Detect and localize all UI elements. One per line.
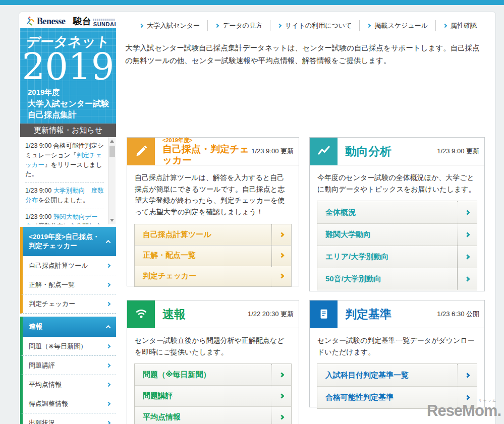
button-50on-university-trends[interactable]: 50音/大学別動向: [317, 268, 477, 290]
logo-box: Benesse 駿台 SUNDAI: [25, 15, 116, 28]
scroll-down-arrow-icon[interactable]: [110, 219, 114, 222]
nav-item-data-guide[interactable]: データの見方: [207, 20, 270, 31]
button-overall-overview[interactable]: 全体概況: [317, 201, 477, 223]
nav-item-site-usage[interactable]: サイトの利用について: [270, 20, 359, 31]
card-header: 速報 1/22 20:30 更新: [127, 300, 299, 328]
news-scrollbar[interactable]: [108, 137, 116, 224]
sidebar-item-tokuten-chousei[interactable]: 得点調整情報: [20, 394, 116, 413]
banner-year: 2019: [20, 49, 116, 86]
benesse-wordmark: Benesse: [37, 16, 66, 27]
banner-sub-line: 大学入試センター試験: [28, 98, 116, 109]
sidebar-group-label: <2019年度>自己採点・判定チェッカー: [29, 232, 103, 251]
news-item: 1/23 9:00 大学別動向 度数分布を公開しました。: [25, 183, 104, 209]
news-list: 1/23 9:00 合格可能性判定シミュレーション『判定チェッカー』をリリースし…: [20, 137, 116, 224]
wifi-icon: [127, 300, 155, 328]
chevron-right-icon: [279, 274, 285, 279]
card-header: <2019年度> 自己採点・判定チェッカー 1/23 9:00 更新: [127, 138, 299, 165]
document-icon: [310, 300, 338, 328]
card-self-scoring-checker: <2019年度> 自己採点・判定チェッカー 1/23 9:00 更新 自己採点計…: [127, 137, 299, 286]
chevron-right-icon: [465, 395, 470, 400]
sidebar-item-mondai-kouhyou[interactable]: 問題講評: [20, 356, 116, 375]
chevron-right-icon: [139, 23, 143, 27]
chevron-right-icon: [215, 23, 219, 27]
card-description: 自己採点計算ツールは、解答を入力すると自己採点が簡単にできるツールです。自己採点…: [127, 165, 299, 223]
button-hantei-checker[interactable]: 判定チェッカー: [135, 266, 291, 286]
chevron-right-icon: [465, 232, 470, 237]
news-date: 1/23 9:00: [25, 213, 51, 220]
publish-time: 1/23 6:30 公開: [437, 310, 484, 319]
card-title: 動向分析: [345, 144, 437, 159]
update-time: 1/23 9:00 更新: [251, 147, 299, 156]
button-mondai-mainichi[interactable]: 問題（※毎日新聞）: [135, 364, 291, 385]
chevron-up-icon: [106, 239, 111, 245]
banner-subtitle: 2019年度 大学入試センター試験 自己採点集計: [20, 86, 116, 120]
card-description: 今年度のセンター試験の全体概況ほか、大学ごとに動向データやトピックスをお届けいた…: [310, 165, 484, 200]
chevron-right-icon: [465, 277, 470, 282]
sidebar-item-heikinten[interactable]: 平均点情報: [20, 375, 116, 394]
chevron-right-icon: [106, 420, 110, 424]
news-item: 1/23 9:00 合格可能性判定シミュレーション『判定チェッカー』をリリースし…: [25, 138, 104, 183]
chevron-right-icon: [106, 263, 110, 267]
top-accent-bar: [0, 0, 504, 5]
button-area-university-trends[interactable]: エリア/大学別動向: [317, 246, 477, 268]
chevron-right-icon: [106, 382, 110, 386]
chevron-right-icon: [106, 401, 110, 405]
button-heikinten-jouhou[interactable]: 平均点情報: [135, 406, 291, 424]
chevron-right-icon: [277, 23, 282, 27]
sundai-en: SUNDAI: [93, 22, 116, 27]
news-date: 1/23 9:00: [25, 187, 51, 194]
card-button-list: 全体概況 難関大学動向 エリア/大学別動向 50音/大学別動向: [317, 201, 477, 290]
card-button-list: 自己採点計算ツール 正解・配点一覧 判定チェッカー: [134, 224, 292, 287]
nav-item-center-exam[interactable]: 大学入試センター: [132, 20, 207, 31]
sundai-kanji: 駿台: [73, 15, 91, 27]
card-hantei-kijun: 判定基準 1/23 6:30 公開 センター試験の判定基準一覧データがダウンロー…: [309, 300, 485, 407]
card-description: センター試験直後から問題分析や正解配点などを即時にご提供いたします。: [127, 328, 299, 363]
banner-sub-line: 自己採点集計: [28, 109, 116, 120]
chevron-right-icon: [443, 23, 447, 27]
button-hantei-kijun-list[interactable]: 入試科目付判定基準一覧: [317, 364, 477, 386]
chevron-right-icon: [279, 232, 285, 237]
button-self-score-tool[interactable]: 自己採点計算ツール: [135, 224, 291, 245]
chevron-right-icon: [279, 253, 285, 258]
card-sokuhou: 速報 1/22 20:30 更新 センター試験直後から問題分析や正解配点などを即…: [127, 300, 299, 424]
sidebar-item-answers-points[interactable]: 正解・配点一覧: [20, 275, 116, 294]
button-mondai-kouhyou[interactable]: 問題講評: [135, 385, 291, 406]
button-top-university-trends[interactable]: 難関大学動向: [317, 223, 477, 246]
button-answers-points-list[interactable]: 正解・配点一覧: [135, 245, 291, 266]
sidebar-item-hantei-checker[interactable]: 判定チェッカー: [20, 294, 116, 314]
card-header: 動向分析 1/23 9:00 更新: [310, 138, 484, 165]
sidebar-item-self-score-tool[interactable]: 自己採点計算ツール: [20, 256, 116, 275]
sundai-logo[interactable]: 駿台 SUNDAI: [73, 15, 116, 27]
news-header: 更新情報・お知らせ: [20, 124, 116, 137]
sidebar-group-self-scoring[interactable]: <2019年度>自己採点・判定チェッカー: [20, 227, 116, 256]
card-year-tag: <2019年度>: [162, 137, 251, 144]
sidebar-item-shutsugan[interactable]: 出願状況: [20, 413, 116, 424]
card-title: 速報: [162, 307, 248, 322]
scroll-thumb[interactable]: [109, 146, 115, 157]
card-title: 自己採点・判定チェッカー: [162, 144, 251, 166]
card-trend-analysis: 動向分析 1/23 9:00 更新 今年度のセンター試験の全体概況ほか、大学ごと…: [309, 137, 485, 291]
benesse-figure-icon: [25, 16, 35, 27]
news-date: 1/23 9:00: [25, 142, 51, 149]
scroll-up-arrow-icon[interactable]: [110, 140, 114, 143]
update-time: 1/22 20:30 更新: [248, 310, 299, 319]
update-time: 1/23 9:00 更新: [437, 147, 484, 156]
chevron-up-icon: [106, 325, 111, 330]
intro-text: 大学入試センター試験自己採点集計データネットは、センター試験の自己採点をサポート…: [125, 42, 486, 68]
datanet-banner: データネット 2019 2019年度 大学入試センター試験 自己採点集計: [20, 28, 116, 124]
pencil-icon: [127, 138, 155, 165]
top-nav: 大学入試センター データの見方 サイトの利用について 掲載スケジュール 属性確認: [125, 20, 484, 31]
sidebar-group-sokuhou[interactable]: 速報: [20, 317, 116, 337]
nav-item-schedule[interactable]: 掲載スケジュール: [359, 20, 435, 31]
sidebar-item-mondai[interactable]: 問題（※毎日新聞）: [20, 337, 116, 356]
news-item: 1/23 9:00 難関大動向データ（度数分布）を公開しまし: [25, 209, 104, 225]
chevron-right-icon: [279, 415, 285, 420]
chevron-right-icon: [106, 301, 110, 306]
resemom-watermark: リセマム ReseMom.: [427, 403, 500, 418]
benesse-logo[interactable]: Benesse: [25, 16, 66, 27]
card-title: 判定基準: [345, 307, 437, 322]
card-description: センター試験の判定基準一覧データがダウンロードいただけます。: [310, 328, 484, 363]
resemom-ruby: リセマム: [478, 399, 497, 402]
nav-item-attribute-check[interactable]: 属性確認: [435, 20, 484, 31]
card-button-list: 問題（※毎日新聞） 問題講評 平均点情報: [134, 364, 292, 424]
